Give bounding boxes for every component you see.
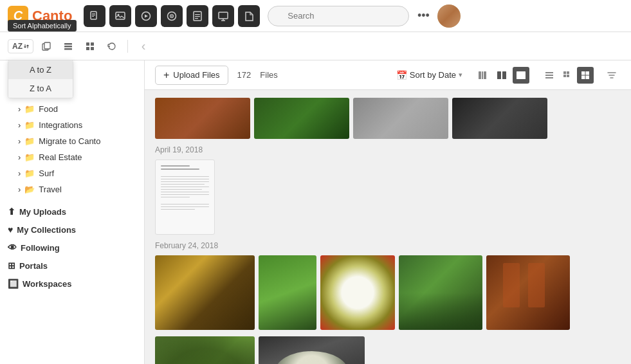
search-wrapper: 🔍 (268, 6, 409, 26)
upload-files-button[interactable]: + Upload Files (155, 66, 228, 85)
sidebar-item-real-estate[interactable]: › 📁 Real Estate (0, 149, 144, 165)
photo-item-food2[interactable] (259, 255, 316, 330)
svg-rect-38 (586, 71, 590, 75)
toolbar-list-button[interactable] (59, 37, 77, 55)
svg-rect-22 (86, 47, 89, 50)
az-dropdown-menu: A to Z Z to A (8, 60, 73, 98)
sidebar-item-label: Integrations (39, 120, 82, 130)
sidebar-portals[interactable]: ⊞ Portals (0, 257, 144, 275)
search-input[interactable] (268, 6, 409, 26)
photo-item-food1[interactable] (155, 255, 255, 330)
photo-item-bowl[interactable] (259, 336, 365, 364)
toolbar-copy-button[interactable] (37, 37, 55, 55)
doc-line (161, 184, 205, 185)
sidebar-item-label: Real Estate (39, 152, 82, 162)
workspaces-label: Workspaces (23, 279, 71, 289)
view-size-large-button[interactable] (513, 67, 529, 84)
toolbar-divider (127, 40, 128, 53)
doc-line (161, 197, 190, 197)
top-photo-row (155, 98, 621, 139)
folder-icon: 📁 (24, 104, 35, 114)
following-label: Following (21, 243, 60, 253)
view-mode-buttons (541, 67, 594, 84)
photo-item[interactable] (155, 98, 250, 139)
sidebar-item-travel[interactable]: › 📂 Travel (0, 181, 144, 197)
sidebar-workspaces[interactable]: 🔲 Workspaces (0, 275, 144, 293)
photo-item[interactable] (353, 98, 448, 139)
sidebar-following[interactable]: 👁 Following (0, 239, 144, 257)
doc-line (161, 206, 209, 207)
svg-rect-30 (545, 72, 553, 73)
filter-button[interactable] (603, 66, 621, 84)
view-size-buttons (474, 67, 529, 84)
svg-rect-11 (195, 14, 200, 15)
more-menu-button[interactable]: ••• (414, 7, 432, 25)
doc-line (161, 192, 209, 192)
svg-point-9 (171, 15, 172, 17)
sort-chevron-icon: ▾ (459, 71, 462, 79)
photo-item-doc[interactable] (155, 159, 215, 235)
image-type-icon[interactable] (109, 5, 131, 27)
svg-rect-31 (545, 75, 553, 76)
sidebar-item-food[interactable]: › 📁 Food (0, 101, 144, 117)
doc-line (161, 168, 199, 170)
presentation-type-icon[interactable] (212, 5, 234, 27)
video-type-icon[interactable] (135, 5, 157, 27)
sidebar-my-uploads[interactable]: ⬆ My Uploads (0, 203, 144, 221)
toolbar-grid-button[interactable] (81, 37, 99, 55)
folder-icon: 📁 (24, 120, 35, 130)
photo-grid-april (155, 159, 621, 235)
svg-rect-27 (497, 71, 501, 79)
doc-type-icon[interactable] (187, 5, 208, 27)
az-sort-button[interactable]: AZ (8, 39, 33, 53)
sidebar-item-integrations[interactable]: › 📁 Integrations (0, 117, 144, 133)
sidebar-item-surf[interactable]: › 📁 Surf (0, 165, 144, 181)
doc-line (161, 189, 202, 190)
list-view-button[interactable] (541, 67, 558, 84)
sort-by-date-button[interactable]: 📅 Sort by Date ▾ (396, 70, 462, 80)
grid-small-view-button[interactable] (559, 67, 576, 84)
svg-rect-17 (64, 43, 72, 45)
photo-item-food5[interactable] (486, 255, 570, 330)
svg-rect-14 (219, 12, 228, 19)
svg-rect-35 (563, 75, 566, 77)
sort-alphabetically-dropdown[interactable]: AZ Sort Alphabetically A to Z Z to A (8, 39, 33, 53)
svg-rect-29 (517, 71, 526, 79)
grid-large-view-button[interactable] (577, 67, 594, 84)
toolbar-back-button[interactable]: ‹ (134, 37, 152, 55)
main-layout: 📚 Library › 📁 Branding › 📁 Food › 📁 Inte… (0, 60, 631, 364)
photo-item-sprout[interactable] (155, 336, 255, 364)
other-type-icon[interactable] (238, 5, 260, 27)
doc-line (161, 165, 190, 167)
toolbar-refresh-button[interactable] (103, 37, 121, 55)
sort-z-to-a[interactable]: Z to A (8, 79, 73, 98)
svg-rect-26 (484, 71, 486, 79)
logo: C Canto (8, 6, 72, 26)
document-type-icon[interactable] (84, 5, 105, 27)
folder-icon: 📁 (24, 152, 35, 162)
photo-item[interactable] (452, 98, 547, 139)
sidebar-my-collections[interactable]: ♥ My Collections (0, 221, 144, 239)
avatar-image (437, 5, 461, 28)
content-area: + Upload Files 172 Files 📅 Sort by Date … (145, 60, 631, 364)
svg-rect-37 (581, 71, 585, 75)
photo-item-food3[interactable] (320, 255, 395, 330)
audio-type-icon[interactable] (161, 5, 183, 27)
view-size-small-button[interactable] (474, 67, 491, 84)
sidebar-item-label: Travel (39, 185, 62, 194)
photo-grid-feb-row2 (155, 336, 621, 364)
sidebar-item-migrate[interactable]: › 📁 Migrate to Canto (0, 133, 144, 149)
upload-label: Upload Files (173, 70, 219, 80)
sort-a-to-z[interactable]: A to Z (8, 60, 73, 79)
avatar[interactable] (437, 5, 461, 28)
calendar-icon: 📅 (396, 70, 407, 80)
view-size-medium-button[interactable] (493, 67, 510, 84)
photo-item-food4[interactable] (399, 255, 482, 330)
photo-item[interactable] (254, 98, 349, 139)
svg-rect-39 (581, 75, 585, 79)
plus-icon: + (163, 69, 169, 81)
svg-rect-21 (91, 42, 94, 46)
sidebar-item-label: Surf (39, 168, 54, 178)
workspaces-icon: 🔲 (8, 278, 19, 289)
chevron-icon: › (18, 168, 21, 178)
